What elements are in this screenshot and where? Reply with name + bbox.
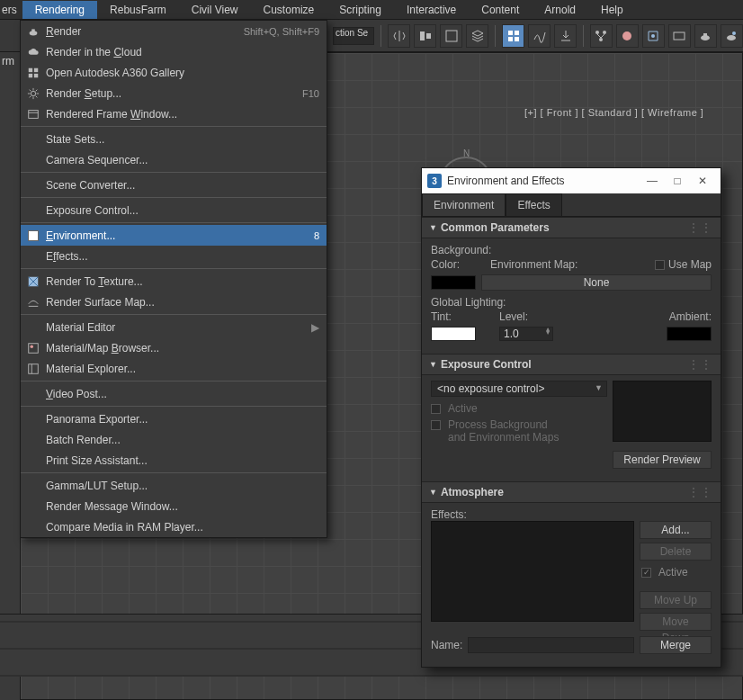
menu-shortcut: F10: [302, 88, 319, 99]
dialog-titlebar[interactable]: 3 Environment and Effects — □ ✕: [422, 168, 721, 193]
tint-swatch[interactable]: [431, 327, 476, 341]
download-icon[interactable]: [554, 24, 577, 48]
menu-item[interactable]: Render To Texture...: [21, 271, 327, 292]
menu-item[interactable]: Batch Render...: [21, 429, 327, 450]
grip-icon: ⋮⋮: [688, 486, 713, 498]
menu-item[interactable]: Render Surface Map...: [21, 292, 327, 312]
tab-effects[interactable]: Effects: [506, 193, 561, 216]
menu-item[interactable]: Panorama Exporter...: [21, 408, 327, 429]
grip-icon: ⋮⋮: [688, 221, 713, 234]
menu-item[interactable]: ✓Environment...8: [21, 225, 327, 246]
menu-item[interactable]: Gamma/LUT Setup...: [21, 475, 327, 496]
delete-effect-button[interactable]: Delete: [640, 543, 712, 561]
svg-rect-18: [31, 29, 35, 31]
minimize-button[interactable]: —: [640, 172, 665, 190]
menu-item[interactable]: State Sets...: [21, 129, 327, 149]
environment-map-button[interactable]: None: [481, 274, 712, 291]
menu-item-label: Effects...: [46, 250, 319, 263]
rollout-title: Common Parameters: [441, 221, 550, 234]
rollout-atmosphere-header[interactable]: ▼ Atmosphere ⋮⋮: [422, 481, 721, 503]
svg-rect-3: [508, 31, 513, 35]
menu-item[interactable]: Print Size Assistant...: [21, 450, 327, 471]
menu-separator: [21, 268, 327, 269]
ambient-label: Ambient:: [669, 310, 712, 323]
menu-separator: [21, 222, 327, 223]
toolbar-separator: [495, 25, 496, 47]
grid-icon[interactable]: [502, 24, 524, 48]
menu-civilview[interactable]: Civil View: [179, 1, 251, 19]
svg-point-7: [595, 31, 599, 34]
menu-item[interactable]: Render in the Cloud: [21, 41, 327, 62]
effect-name-input[interactable]: [468, 637, 634, 653]
menu-item[interactable]: Effects...: [21, 246, 327, 266]
menu-item[interactable]: Rendered Frame Window...: [21, 103, 327, 124]
render-preview-button[interactable]: Render Preview: [613, 451, 712, 469]
material-editor-icon[interactable]: [616, 24, 639, 48]
svg-rect-27: [29, 343, 39, 353]
name-label: Name:: [431, 639, 462, 651]
move-down-button[interactable]: Move Down: [640, 613, 712, 631]
menu-item[interactable]: Render Setup...F10: [21, 83, 327, 103]
menu-content[interactable]: Content: [469, 1, 532, 19]
use-map-checkbox[interactable]: [655, 260, 665, 270]
render-setup-icon[interactable]: [642, 24, 665, 48]
move-up-button[interactable]: Move Up: [640, 591, 712, 609]
svg-rect-4: [515, 31, 519, 35]
atmosphere-active-checkbox[interactable]: [641, 568, 651, 578]
menu-item[interactable]: Camera Sequencer...: [21, 149, 327, 170]
background-color-swatch[interactable]: [431, 275, 476, 290]
add-effect-button[interactable]: Add...: [640, 521, 712, 539]
menu-separator: [21, 172, 327, 173]
tab-environment[interactable]: Environment: [422, 193, 506, 216]
menu-rebusfarm[interactable]: RebusFarm: [97, 1, 179, 19]
merge-button[interactable]: Merge: [640, 636, 712, 654]
menu-item-label: Video Post...: [46, 388, 319, 400]
ambient-swatch[interactable]: [667, 327, 712, 341]
process-bg-checkbox[interactable]: [431, 420, 441, 430]
selection-set-combo[interactable]: ction Se: [333, 27, 374, 45]
toggle-icon[interactable]: [440, 24, 462, 48]
menu-item[interactable]: Video Post...: [21, 383, 327, 404]
menu-scripting[interactable]: Scripting: [327, 1, 394, 19]
close-button[interactable]: ✕: [690, 172, 715, 190]
menu-item-label: Render in the Cloud: [46, 46, 319, 58]
menu-item[interactable]: Material Editor▶: [21, 317, 327, 337]
window-icon: [24, 107, 42, 121]
viewport-label[interactable]: [+] [ Front ] [ Standard ] [ Wireframe ]: [524, 107, 703, 118]
menu-item[interactable]: Material/Map Browser...: [21, 337, 327, 358]
menu-item[interactable]: Compare Media in RAM Player...: [21, 516, 327, 537]
menu-help[interactable]: Help: [588, 1, 636, 19]
level-spinner[interactable]: 1.0: [499, 327, 553, 341]
menu-item[interactable]: RenderShift+Q, Shift+F9: [21, 21, 327, 41]
exposure-active-checkbox[interactable]: [431, 404, 441, 414]
menu-item[interactable]: Scene Converter...: [21, 175, 327, 195]
curve-editor-icon[interactable]: [528, 24, 551, 48]
grip-icon: ⋮⋮: [688, 358, 713, 371]
teapot-cloud-icon[interactable]: [721, 24, 743, 48]
rollout-common-header[interactable]: ▼ Common Parameters ⋮⋮: [422, 217, 721, 238]
layer-icon[interactable]: [466, 24, 488, 48]
menu-rendering[interactable]: Rendering: [22, 1, 97, 19]
blank-icon: [24, 520, 42, 534]
menu-item-label: Material Explorer...: [46, 363, 319, 375]
menu-item[interactable]: Material Explorer...: [21, 358, 327, 379]
align-icon[interactable]: [414, 24, 436, 48]
maximize-button[interactable]: □: [665, 172, 690, 190]
menu-item[interactable]: Render Message Window...: [21, 496, 327, 516]
render-frame-icon[interactable]: [668, 24, 691, 48]
rollout-exposure-header[interactable]: ▼ Exposure Control ⋮⋮: [422, 354, 721, 375]
menu-arnold[interactable]: Arnold: [532, 1, 588, 19]
collapse-icon: ▼: [429, 488, 437, 497]
menu-interactive[interactable]: Interactive: [394, 1, 469, 19]
menu-item[interactable]: Exposure Control...: [21, 200, 327, 220]
menu-item[interactable]: Open Autodesk A360 Gallery: [21, 62, 327, 83]
effects-listbox[interactable]: [431, 521, 634, 622]
exposure-control-combo[interactable]: <no exposure control>: [431, 381, 607, 397]
blank-icon: [24, 453, 42, 468]
teapot-icon[interactable]: [694, 24, 717, 48]
schematic-icon[interactable]: [590, 24, 613, 48]
menu-shortcut: 8: [314, 230, 319, 241]
collapse-icon: ▼: [429, 223, 437, 232]
mirror-icon[interactable]: [388, 24, 410, 48]
menu-customize[interactable]: Customize: [251, 1, 327, 19]
